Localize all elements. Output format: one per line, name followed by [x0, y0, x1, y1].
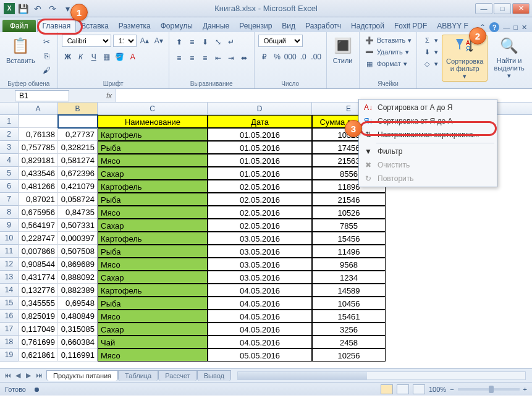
cell[interactable]: 03.05.2016	[208, 271, 312, 284]
cell[interactable]: 7855	[312, 219, 386, 232]
fill-button[interactable]: ⬇▾	[421, 46, 439, 57]
cell[interactable]: 02.05.2016	[208, 206, 312, 219]
cell[interactable]: 15456	[312, 232, 386, 245]
cell[interactable]: 01.05.2016	[208, 154, 312, 167]
align-top-icon[interactable]: ⬆	[173, 36, 185, 48]
cell[interactable]: Мясо	[98, 154, 208, 167]
sheet-tab-2[interactable]: Рассчет	[158, 370, 197, 381]
styles-button[interactable]: 🔳 Стили	[331, 35, 355, 66]
name-box[interactable]	[15, 90, 69, 101]
cell[interactable]: 2458	[312, 336, 386, 349]
cell[interactable]: 0,888092	[58, 271, 98, 284]
cell[interactable]: 10456	[312, 297, 386, 310]
cell[interactable]: 3256	[312, 323, 386, 336]
cell[interactable]: 0,132776	[19, 284, 58, 297]
colhead-a[interactable]: A	[19, 103, 58, 114]
view-layout-icon[interactable]	[397, 384, 409, 394]
cell[interactable]: 02.05.2016	[208, 180, 312, 193]
percent-icon[interactable]: %	[271, 51, 284, 63]
active-cell[interactable]	[58, 115, 98, 128]
cell[interactable]: 02.05.2016	[208, 219, 312, 232]
currency-icon[interactable]: ₽	[258, 51, 271, 63]
font-size-select[interactable]: 11	[113, 35, 137, 47]
cell[interactable]: 0,69548	[58, 297, 98, 310]
border-icon[interactable]: ▦	[101, 51, 113, 63]
cell[interactable]: Рыба	[98, 141, 208, 154]
cell[interactable]: 14589	[312, 284, 386, 297]
rowhead[interactable]: 5	[0, 167, 19, 180]
cell[interactable]: 0,431774	[19, 271, 58, 284]
mdi-restore-icon[interactable]: □	[513, 23, 518, 31]
cell[interactable]: 0,481266	[19, 180, 58, 193]
cell[interactable]: Мясо	[98, 206, 208, 219]
autosum-button[interactable]: Σ▾	[421, 35, 439, 46]
cell[interactable]: 0,882389	[58, 284, 98, 297]
rowhead[interactable]: 19	[0, 349, 19, 362]
cut-icon[interactable]: ✂	[40, 35, 54, 48]
format-painter-icon[interactable]: 🖌	[40, 63, 54, 77]
wrap-text-icon[interactable]: ↵	[225, 36, 237, 48]
fx-icon[interactable]: fx	[106, 91, 112, 100]
number-format-select[interactable]: Общий	[258, 35, 303, 47]
cell[interactable]: 0,564197	[19, 219, 58, 232]
colhead-b[interactable]: B	[58, 103, 98, 114]
rowhead[interactable]: 3	[0, 141, 19, 154]
inc-decimal-icon[interactable]: .0	[297, 51, 310, 63]
cell[interactable]: 0,621861	[19, 349, 58, 362]
cell[interactable]: 15461	[312, 310, 386, 323]
rowhead[interactable]: 9	[0, 219, 19, 232]
dec-decimal-icon[interactable]: .00	[310, 51, 323, 63]
cell[interactable]: 0,117049	[19, 323, 58, 336]
rowhead[interactable]: 10	[0, 232, 19, 245]
cell[interactable]: Мясо	[98, 258, 208, 271]
cell[interactable]: 0,345555	[19, 297, 58, 310]
cell[interactable]: 04.05.2016	[208, 336, 312, 349]
cell[interactable]: 0,660384	[58, 336, 98, 349]
format-cells-button[interactable]: ▦Формат ▾	[363, 58, 413, 69]
tab-insert[interactable]: Вставка	[76, 20, 114, 32]
fill-color-icon[interactable]: 🪣	[114, 51, 126, 63]
dd-custom-sort[interactable]: ⇅ Настраиваемая сортировка...	[359, 128, 497, 142]
bold-button[interactable]: Ж	[62, 51, 74, 63]
rowhead[interactable]: 15	[0, 297, 19, 310]
cell[interactable]: Рыба	[98, 297, 208, 310]
redo-icon[interactable]: ↷	[46, 2, 59, 15]
dd-filter[interactable]: ▼ Фильтр	[359, 145, 497, 158]
tab-data[interactable]: Данные	[198, 20, 234, 32]
zoom-out-icon[interactable]: −	[450, 386, 454, 393]
tab-layout[interactable]: Разметка	[114, 20, 156, 32]
sheet-nav-first-icon[interactable]: ⏮	[2, 371, 12, 379]
select-all-corner[interactable]	[0, 103, 19, 114]
rowhead[interactable]: 4	[0, 154, 19, 167]
cell[interactable]: 9568	[312, 258, 386, 271]
minimize-button[interactable]: —	[475, 3, 492, 14]
cell[interactable]: 10256	[312, 349, 386, 362]
view-normal-icon[interactable]	[381, 384, 393, 394]
cell[interactable]: 0,433546	[19, 167, 58, 180]
cell[interactable]: Рыба	[98, 193, 208, 206]
tab-view[interactable]: Вид	[277, 20, 300, 32]
cell[interactable]: 04.05.2016	[208, 284, 312, 297]
sheet-tab-3[interactable]: Вывод	[197, 370, 231, 381]
cell[interactable]: Мясо	[98, 349, 208, 362]
align-center-icon[interactable]: ≡	[186, 52, 198, 64]
align-middle-icon[interactable]: ≡	[186, 36, 198, 48]
mdi-close-icon[interactable]: ✕	[521, 23, 527, 32]
cell-header[interactable]: Наименование	[98, 115, 208, 128]
cell[interactable]: 11496	[312, 245, 386, 258]
tab-addins[interactable]: Надстрой	[346, 20, 389, 32]
tab-developer[interactable]: Разработч	[300, 20, 346, 32]
mdi-min-icon[interactable]: —	[503, 23, 510, 31]
cell[interactable]: 04.05.2016	[208, 297, 312, 310]
cell[interactable]: 0,228747	[19, 232, 58, 245]
cell[interactable]: Сахар	[98, 219, 208, 232]
sheet-nav-prev-icon[interactable]: ◀	[13, 371, 23, 379]
dd-sort-za[interactable]: Я↓ Сортировка от Я до А	[359, 114, 497, 128]
cell[interactable]: 0,908544	[19, 258, 58, 271]
find-select-button[interactable]: 🔍 Найти и выделить ▾	[490, 35, 528, 80]
cell[interactable]: 0,829181	[19, 154, 58, 167]
cell[interactable]: 0,84735	[58, 206, 98, 219]
align-bottom-icon[interactable]: ⬇	[199, 36, 211, 48]
cell[interactable]: 0,761699	[19, 336, 58, 349]
cell[interactable]: 01.05.2016	[208, 167, 312, 180]
